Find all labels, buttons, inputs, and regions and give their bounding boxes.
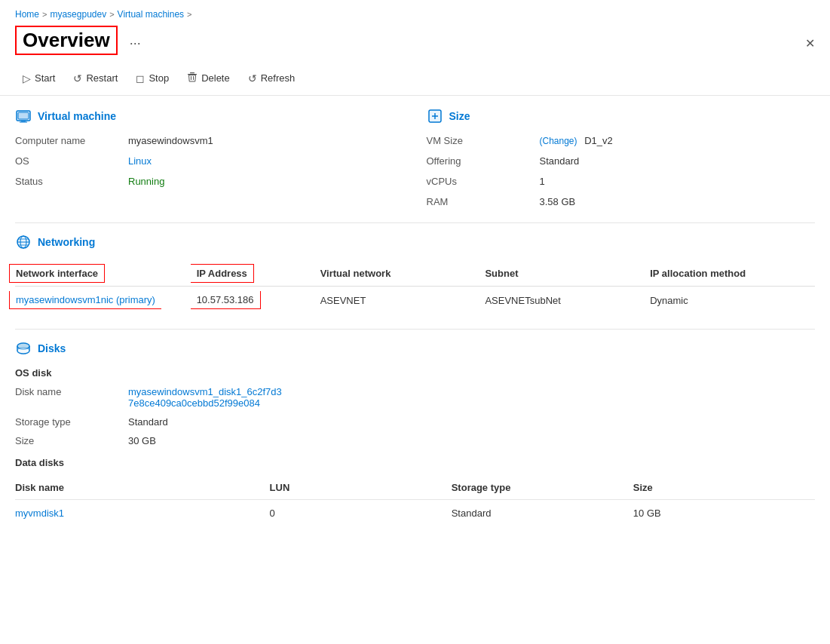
networking-icon	[15, 234, 32, 250]
td-data-disk-size: 10 GB	[633, 500, 815, 527]
start-label: Start	[35, 72, 55, 84]
vm-size-label: VM Size	[427, 135, 540, 146]
td-ip-address: 10.57.53.186	[197, 287, 320, 314]
os-label: OS	[15, 155, 128, 167]
td-ip-allocation: Dynamic	[650, 287, 815, 314]
vm-size-change-link[interactable]: (Change)	[540, 136, 577, 146]
svg-rect-7	[21, 121, 26, 122]
stop-icon: ◻	[136, 72, 145, 84]
delete-label: Delete	[201, 72, 230, 84]
storage-type-value: Standard	[128, 416, 815, 428]
td-data-disk-storage-type: Standard	[452, 500, 633, 527]
computer-name-value: myasewindowsvm1	[128, 135, 404, 146]
offering-label: Offering	[427, 155, 540, 167]
vm-icon	[15, 108, 32, 124]
toolbar: ▷ Start ↺ Restart ◻ Stop Delete	[0, 63, 830, 96]
vm-section-title: Virtual machine	[38, 110, 116, 122]
networking-table-row: myasewindowsvm1nic (primary) 10.57.53.18…	[15, 287, 815, 314]
vm-size-actual-value: D1_v2	[584, 135, 613, 146]
disk-name-value[interactable]: myasewindowsvm1_disk1_6c2f7d3 7e8ce409ca…	[128, 386, 815, 409]
svg-rect-8	[20, 122, 27, 123]
disks-section-header: Disks	[15, 340, 815, 357]
td-data-disk-lun: 0	[270, 500, 452, 527]
vm-size-value: (Change) D1_v2	[540, 135, 816, 146]
th-network-interface: Network interface	[15, 261, 197, 287]
disks-section-title: Disks	[38, 342, 66, 354]
data-disks-title: Data disks	[15, 457, 815, 468]
disk-name-label: Disk name	[15, 386, 128, 409]
storage-type-label: Storage type	[15, 416, 128, 428]
breadcrumb-home[interactable]: Home	[15, 9, 39, 20]
breadcrumb-resource-group[interactable]: myasegpudev	[50, 9, 106, 20]
data-disks-header-row: Disk name LUN Storage type Size	[15, 476, 815, 500]
start-icon: ▷	[23, 72, 31, 84]
restart-icon: ↺	[73, 72, 82, 84]
vm-section-header: Virtual machine	[15, 108, 404, 124]
ram-label: RAM	[427, 196, 540, 207]
svg-rect-5	[18, 112, 29, 119]
ram-value: 3.58 GB	[540, 196, 816, 207]
vcpus-label: vCPUs	[427, 176, 540, 187]
offering-value: Standard	[540, 155, 816, 167]
vm-size-section: Virtual machine Computer name myasewindo…	[15, 108, 815, 207]
td-data-disk-name[interactable]: myvmdisk1	[15, 500, 270, 527]
th-ip-address: IP Address	[197, 261, 320, 287]
size-column: Size VM Size (Change) D1_v2 Offering Sta…	[427, 108, 816, 207]
svg-point-19	[17, 348, 29, 354]
content-area: Virtual machine Computer name myasewindo…	[0, 96, 830, 554]
page-title: Overview	[15, 26, 118, 55]
th-virtual-network: Virtual network	[320, 261, 485, 287]
networking-section-title: Networking	[38, 236, 95, 248]
restart-button[interactable]: ↺ Restart	[66, 69, 125, 87]
size-icon	[427, 108, 443, 124]
disks-icon	[15, 340, 32, 357]
delete-button[interactable]: Delete	[179, 69, 237, 87]
stop-button[interactable]: ◻ Stop	[128, 69, 176, 87]
size-info-grid: VM Size (Change) D1_v2 Offering Standard…	[427, 135, 816, 207]
data-disks-table: Disk name LUN Storage type Size myvmdisk…	[15, 476, 815, 526]
disks-section: Disks OS disk Disk name myasewindowsvm1_…	[15, 340, 815, 526]
vm-column: Virtual machine Computer name myasewindo…	[15, 108, 404, 207]
close-button[interactable]: ✕	[805, 35, 815, 50]
networking-table-container: Network interface IP Address Virtual net…	[15, 261, 815, 314]
start-button[interactable]: ▷ Start	[15, 69, 63, 87]
ellipsis-button[interactable]: ...	[125, 29, 145, 51]
th-storage-type: Storage type	[452, 476, 633, 500]
refresh-button[interactable]: ↺ Refresh	[240, 69, 303, 87]
td-virtual-network: ASEVNET	[320, 287, 485, 314]
vcpus-value: 1	[540, 176, 816, 187]
breadcrumb: Home > myasegpudev > Virtual machines >	[0, 0, 830, 23]
networking-table: Network interface IP Address Virtual net…	[15, 261, 815, 314]
status-label: Status	[15, 176, 128, 187]
size-section-header: Size	[427, 108, 816, 124]
refresh-label: Refresh	[261, 72, 296, 84]
refresh-icon: ↺	[248, 72, 257, 84]
breadcrumb-virtual-machines[interactable]: Virtual machines	[118, 9, 185, 20]
os-value[interactable]: Linux	[128, 155, 404, 167]
main-container: Home > myasegpudev > Virtual machines > …	[0, 0, 830, 644]
networking-section-header: Networking	[15, 234, 815, 250]
td-network-interface[interactable]: myasewindowsvm1nic (primary)	[15, 287, 197, 314]
divider-1	[15, 222, 815, 223]
size-section-title: Size	[449, 110, 470, 122]
th-subnet: Subnet	[485, 261, 650, 287]
os-disk-info: Disk name myasewindowsvm1_disk1_6c2f7d3 …	[15, 386, 815, 446]
networking-table-header-row: Network interface IP Address Virtual net…	[15, 261, 815, 287]
networking-section: Networking Network interface IP Address	[15, 234, 815, 314]
status-value: Running	[128, 176, 404, 187]
data-disk-row: myvmdisk1 0 Standard 10 GB	[15, 500, 815, 527]
os-disk-title: OS disk	[15, 367, 815, 379]
divider-2	[15, 329, 815, 330]
vm-info-grid: Computer name myasewindowsvm1 OS Linux S…	[15, 135, 404, 187]
header-row: Overview ... ✕	[0, 23, 830, 63]
th-disk-name: Disk name	[15, 476, 270, 500]
os-disk-size-label: Size	[15, 435, 128, 446]
svg-rect-1	[190, 72, 194, 73]
th-lun: LUN	[270, 476, 452, 500]
os-disk-size-value: 30 GB	[128, 435, 815, 446]
th-ip-allocation: IP allocation method	[650, 261, 815, 287]
th-size: Size	[633, 476, 815, 500]
stop-label: Stop	[149, 72, 169, 84]
td-subnet: ASEVNETsubNet	[485, 287, 650, 314]
restart-label: Restart	[86, 72, 118, 84]
